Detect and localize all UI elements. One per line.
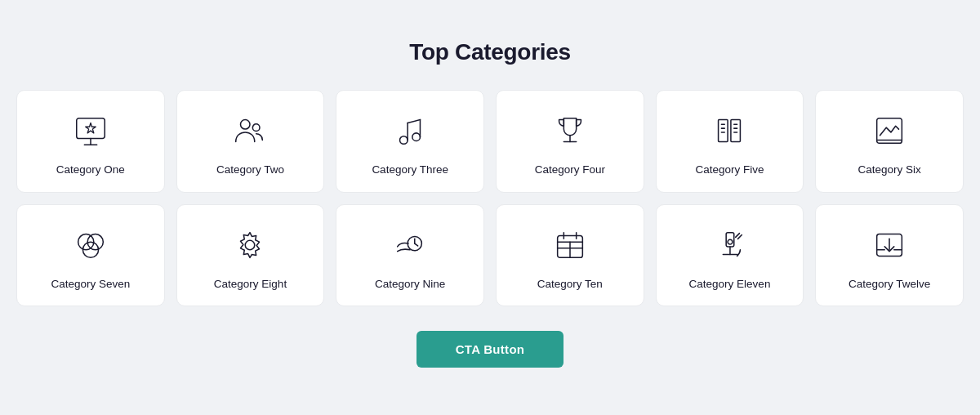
- svg-rect-14: [731, 120, 741, 142]
- category-card-11[interactable]: Category Eleven: [656, 204, 804, 307]
- category-card-1[interactable]: Category One: [16, 90, 165, 193]
- category-label-6: Category Six: [858, 163, 921, 177]
- category-card-10[interactable]: Category Ten: [496, 204, 644, 307]
- category-label-12: Category Twelve: [849, 277, 930, 292]
- cta-button[interactable]: CTA Button: [416, 331, 564, 368]
- categories-grid: Category One Category Two: [16, 90, 964, 306]
- wind-clock-icon: [390, 225, 430, 266]
- category-label-4: Category Four: [535, 163, 605, 177]
- gear-star-icon: [229, 225, 270, 266]
- svg-point-7: [412, 133, 421, 141]
- category-card-7[interactable]: Category Seven: [16, 204, 165, 307]
- microscope-icon: [709, 225, 750, 266]
- category-label-3: Category Three: [372, 163, 448, 177]
- svg-rect-13: [719, 120, 728, 142]
- category-label-10: Category Ten: [537, 277, 603, 292]
- cta-wrapper: CTA Button: [16, 331, 964, 368]
- svg-point-38: [728, 239, 733, 244]
- category-label-2: Category Two: [216, 163, 284, 177]
- category-label-8: Category Eight: [214, 277, 287, 292]
- category-card-9[interactable]: Category Nine: [336, 204, 484, 307]
- page-wrapper: Top Categories Category One: [0, 15, 980, 400]
- svg-point-26: [246, 240, 256, 250]
- svg-point-6: [400, 136, 408, 145]
- svg-point-4: [241, 120, 251, 130]
- category-card-4[interactable]: Category Four: [496, 90, 644, 193]
- category-label-11: Category Eleven: [689, 277, 771, 292]
- svg-line-10: [408, 120, 420, 123]
- svg-point-5: [253, 124, 261, 132]
- category-card-8[interactable]: Category Eight: [176, 204, 325, 307]
- category-card-12[interactable]: Category Twelve: [815, 204, 964, 307]
- music-note-icon: [390, 110, 430, 151]
- category-card-3[interactable]: Category Three: [336, 90, 484, 193]
- calendar-grid-icon: [550, 225, 590, 266]
- svg-rect-0: [77, 118, 105, 139]
- book-open-icon: [709, 110, 750, 151]
- trophy-icon: [550, 110, 590, 151]
- video-camera-icon: [229, 110, 270, 151]
- category-label-9: Category Nine: [375, 277, 445, 292]
- inbox-down-icon: [869, 225, 910, 266]
- category-card-2[interactable]: Category Two: [176, 90, 325, 193]
- category-card-6[interactable]: Category Six: [815, 90, 964, 193]
- svg-line-29: [415, 243, 418, 246]
- chart-image-icon: [869, 110, 910, 151]
- circles-icon: [70, 225, 111, 266]
- page-title: Top Categories: [16, 39, 964, 65]
- category-label-7: Category Seven: [51, 277, 130, 292]
- category-label-5: Category Five: [695, 163, 764, 177]
- category-card-5[interactable]: Category Five: [656, 90, 804, 193]
- monitor-star-icon: [70, 110, 111, 151]
- category-label-1: Category One: [56, 163, 125, 177]
- svg-marker-3: [86, 123, 96, 132]
